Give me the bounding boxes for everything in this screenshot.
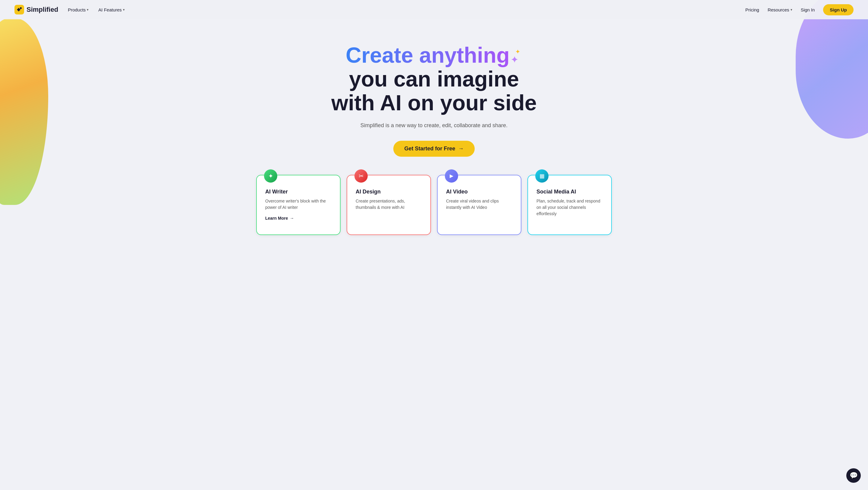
social-media-title: Social Media AI (536, 189, 603, 195)
social-media-card: ▦ Social Media AI Plan, schedule, track … (527, 175, 612, 235)
ai-design-title: AI Design (355, 189, 422, 195)
signin-button[interactable]: Sign In (801, 7, 815, 12)
sparkle-large-icon: ✦ (511, 56, 518, 65)
nav-ai-features[interactable]: AI Features ▾ (98, 7, 125, 12)
ai-writer-title: AI Writer (265, 189, 332, 195)
sparkle-small-icon: ✦ (516, 49, 520, 55)
nav-products[interactable]: Products ▾ (68, 7, 89, 12)
hero-subtitle: Simplified is a new way to create, edit,… (6, 122, 862, 129)
cta-arrow-icon: → (458, 146, 464, 152)
ai-video-title: AI Video (446, 189, 513, 195)
chat-support-button[interactable]: 💬 (846, 468, 861, 483)
ai-design-description: Create presentations, ads, thumbnails & … (355, 198, 422, 211)
social-media-icon: ▦ (535, 170, 549, 183)
nav-right: Pricing Resources ▾ Sign In Sign Up (745, 4, 854, 16)
ai-features-chevron-icon: ▾ (123, 8, 125, 12)
nav-resources[interactable]: Resources ▾ (768, 7, 792, 12)
ai-writer-learn-more[interactable]: Learn More → (265, 216, 294, 221)
chat-icon: 💬 (849, 471, 858, 480)
hero-title: Create anything✦✦ you can imagine with A… (6, 43, 862, 115)
hero-section: Create anything✦✦ you can imagine with A… (0, 19, 868, 175)
nav-left: Simplified Products ▾ AI Features ▾ (14, 5, 125, 14)
svg-point-1 (20, 7, 22, 9)
get-started-button[interactable]: Get Started for Free → (393, 141, 474, 157)
hero-title-create-anything: Create anything (346, 43, 510, 67)
ai-design-icon: ✂ (354, 170, 368, 183)
resources-chevron-icon: ▾ (790, 8, 792, 12)
ai-writer-icon: ✦ (264, 170, 277, 183)
cta-label: Get Started for Free (404, 146, 455, 152)
feature-cards-section: ✦ AI Writer Overcome writer's block with… (0, 175, 868, 253)
logo[interactable]: Simplified (14, 5, 58, 14)
products-chevron-icon: ▾ (87, 8, 89, 12)
logo-icon (14, 5, 24, 14)
logo-text: Simplified (27, 6, 58, 13)
navbar: Simplified Products ▾ AI Features ▾ Pric… (0, 0, 868, 19)
ai-video-icon: ▶ (445, 170, 458, 183)
hero-title-line3: with AI on your side (331, 91, 536, 115)
ai-writer-card: ✦ AI Writer Overcome writer's block with… (256, 175, 341, 235)
ai-writer-description: Overcome writer's block with the power o… (265, 198, 332, 211)
ai-video-card: ▶ AI Video Create viral videos and clips… (437, 175, 521, 235)
hero-title-line2: you can imagine (349, 67, 519, 91)
signup-button[interactable]: Sign Up (823, 4, 854, 16)
nav-pricing[interactable]: Pricing (745, 7, 759, 12)
ai-video-description: Create viral videos and clips instantly … (446, 198, 513, 211)
ai-design-card: ✂ AI Design Create presentations, ads, t… (347, 175, 431, 235)
social-media-description: Plan, schedule, track and respond on all… (536, 198, 603, 217)
